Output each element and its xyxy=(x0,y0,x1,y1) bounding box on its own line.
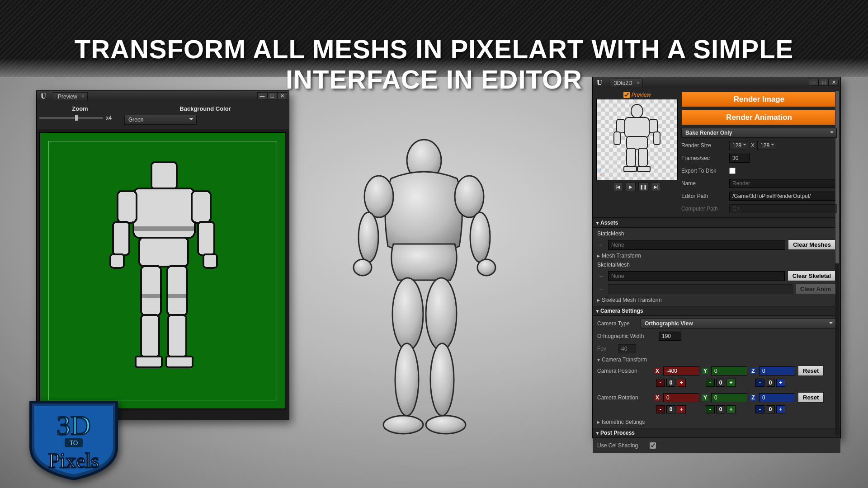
clear-skeletal-button[interactable]: Clear Skeletal xyxy=(788,271,836,281)
skip-back-button[interactable]: |◀ xyxy=(613,182,623,191)
pos-z-plus[interactable]: + xyxy=(776,379,785,387)
rot-x-minus[interactable]: - xyxy=(656,405,665,413)
triangle-right-icon: ▸ xyxy=(597,419,600,425)
pos-y-plus[interactable]: + xyxy=(726,379,736,387)
postprocess-header[interactable]: ▾Post Process xyxy=(593,428,840,438)
minimize-button[interactable]: — xyxy=(809,79,819,86)
pos-y-input[interactable] xyxy=(711,366,747,375)
export-disk-checkbox[interactable] xyxy=(729,168,736,174)
rot-x-input[interactable] xyxy=(663,393,699,402)
fps-input[interactable] xyxy=(729,154,750,163)
render-width-dropdown[interactable]: 128 xyxy=(729,141,748,150)
back-arrow-icon[interactable]: ← xyxy=(597,272,605,280)
staticmesh-input[interactable] xyxy=(608,240,785,250)
chevron-down-icon xyxy=(830,131,834,135)
rot-x-zero[interactable]: 0 xyxy=(666,405,675,413)
close-button[interactable]: ✕ xyxy=(277,92,287,99)
bgcolor-dropdown[interactable]: Green xyxy=(124,115,197,125)
back-arrow-icon[interactable]: ← xyxy=(597,241,605,249)
svg-point-23 xyxy=(354,259,372,276)
play-button[interactable]: ▶ xyxy=(626,182,636,191)
camera-settings-header[interactable]: ▾Camera Settings xyxy=(593,306,840,316)
computer-path-input xyxy=(729,204,837,213)
pos-z-minus[interactable]: - xyxy=(755,379,764,387)
svg-point-22 xyxy=(470,212,490,262)
maximize-button[interactable]: □ xyxy=(819,79,829,86)
pos-reset-button[interactable]: Reset xyxy=(798,366,824,376)
skip-forward-button[interactable]: ▶| xyxy=(651,182,661,191)
render-thumbnail[interactable]: zx xyxy=(596,99,678,180)
rot-y-input[interactable] xyxy=(711,393,747,402)
rot-z-input[interactable] xyxy=(759,393,795,402)
triangle-right-icon: ▸ xyxy=(597,297,600,303)
pos-x-zero[interactable]: 0 xyxy=(666,379,675,387)
ortho-width-input[interactable] xyxy=(659,332,681,341)
mesh-transform-header[interactable]: ▸Mesh Transform xyxy=(597,253,836,259)
assets-header[interactable]: ▾Assets xyxy=(593,218,840,228)
isometric-settings-header[interactable]: ▸Isometric Settings xyxy=(597,419,836,425)
svg-rect-13 xyxy=(136,356,162,367)
preview-viewport[interactable] xyxy=(40,132,286,409)
rot-y-minus[interactable]: - xyxy=(706,405,715,413)
rot-z-zero[interactable]: 0 xyxy=(766,405,775,413)
svg-rect-3 xyxy=(192,191,211,222)
svg-text:TO: TO xyxy=(70,440,78,446)
svg-rect-33 xyxy=(617,119,625,133)
main-tab[interactable]: 3Dto2D × xyxy=(609,79,643,87)
svg-point-26 xyxy=(426,278,457,350)
preview-titlebar[interactable]: U Preview × — □ ✕ xyxy=(37,91,289,102)
close-icon[interactable]: × xyxy=(81,94,84,99)
skeletalmesh-input[interactable] xyxy=(608,271,785,281)
close-button[interactable]: ✕ xyxy=(829,79,839,86)
axis-x-label: X xyxy=(654,368,660,374)
render-animation-button[interactable]: Render Animation xyxy=(681,110,837,125)
camera-type-dropdown[interactable]: Orthographic View xyxy=(641,319,836,328)
svg-rect-12 xyxy=(168,314,186,357)
render-image-button[interactable]: Render Image xyxy=(681,92,837,107)
cel-shading-row[interactable]: Use Cel Shading xyxy=(597,441,836,450)
rot-y-zero[interactable]: 0 xyxy=(716,405,725,413)
rot-z-plus[interactable]: + xyxy=(776,405,785,413)
name-input[interactable] xyxy=(729,179,837,188)
preview-checkbox[interactable]: Preview xyxy=(596,92,678,98)
svg-rect-37 xyxy=(627,136,647,149)
pos-x-input[interactable] xyxy=(663,366,699,375)
main-titlebar[interactable]: U 3Dto2D × — □ ✕ xyxy=(593,77,840,88)
render-height-dropdown[interactable]: 128 xyxy=(757,141,776,150)
cel-shading-checkbox[interactable] xyxy=(650,442,656,449)
clear-meshes-button[interactable]: Clear Meshes xyxy=(788,239,836,250)
preview-tab[interactable]: Preview × xyxy=(53,92,88,100)
camera-transform-header[interactable]: ▾Camera Transform xyxy=(597,357,836,363)
bake-mode-dropdown[interactable]: Bake Render Only xyxy=(681,128,837,138)
scrollbar[interactable] xyxy=(835,90,840,435)
camera-type-label: Camera Type xyxy=(597,320,638,327)
rot-y-plus[interactable]: + xyxy=(726,405,736,413)
pos-y-minus[interactable]: - xyxy=(706,379,715,387)
fov-input xyxy=(618,344,636,353)
pos-x-minus[interactable]: - xyxy=(656,379,665,387)
rot-reset-button[interactable]: Reset xyxy=(798,392,824,403)
svg-rect-10 xyxy=(167,266,187,315)
pixelart-character xyxy=(90,158,235,372)
unreal-logo-icon: U xyxy=(594,78,604,88)
minimize-button[interactable]: — xyxy=(257,92,267,99)
skeletalmesh-label: SkeletalMesh xyxy=(597,262,836,268)
camera-position-label: Camera Position xyxy=(597,368,651,374)
svg-rect-0 xyxy=(151,162,177,189)
rot-z-minus[interactable]: - xyxy=(755,405,764,413)
close-icon[interactable]: × xyxy=(637,80,639,85)
svg-rect-32 xyxy=(625,117,649,137)
maximize-button[interactable]: □ xyxy=(267,92,277,99)
anim-input xyxy=(608,284,793,294)
pos-z-input[interactable] xyxy=(759,366,795,375)
zoom-slider[interactable] xyxy=(39,117,103,119)
triangle-down-icon: ▾ xyxy=(596,431,599,436)
svg-point-21 xyxy=(359,212,378,262)
pos-y-zero[interactable]: 0 xyxy=(716,379,725,387)
editor-path-input[interactable] xyxy=(729,192,837,201)
rot-x-plus[interactable]: + xyxy=(677,405,686,413)
pos-z-zero[interactable]: 0 xyxy=(766,379,775,387)
skeletal-mesh-transform-header[interactable]: ▸Skeletal Mesh Transform xyxy=(597,297,836,303)
pause-button[interactable]: ❚❚ xyxy=(638,182,648,191)
pos-x-plus[interactable]: + xyxy=(677,379,686,387)
